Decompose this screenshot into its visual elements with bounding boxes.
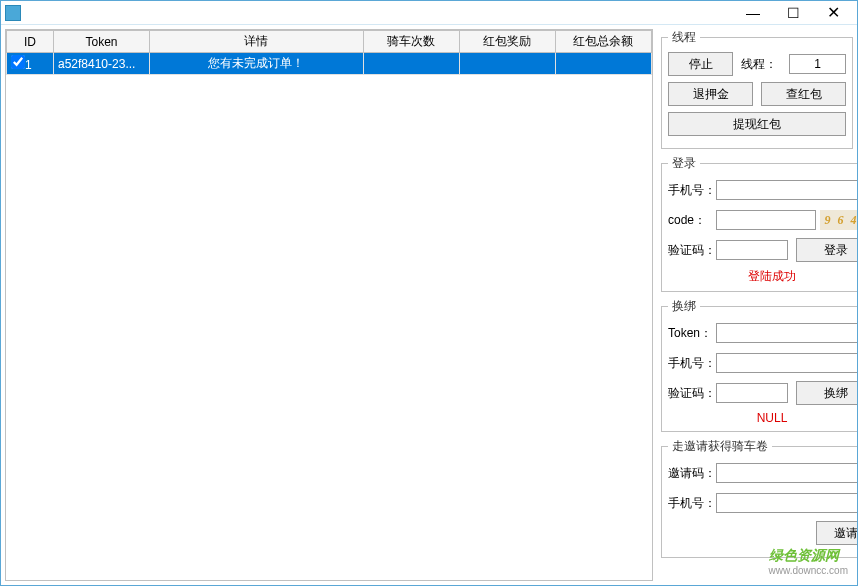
login-button[interactable]: 登录 <box>796 238 858 262</box>
thread-count-input[interactable] <box>789 54 846 74</box>
row-id: 1 <box>25 58 32 72</box>
invite-code-input[interactable] <box>716 463 858 483</box>
invite-group: 走邀请获得骑车卷 邀请码： 手机号： 邀请 <box>661 438 858 558</box>
rebind-phone-label: 手机号： <box>668 355 716 372</box>
row-checkbox[interactable] <box>11 55 25 69</box>
login-verify-input[interactable] <box>716 240 788 260</box>
col-id-header[interactable]: ID <box>7 31 54 53</box>
data-table-container: ID Token 详情 骑车次数 红包奖励 红包总余额 1 a52f8410-2… <box>5 29 653 581</box>
rebind-legend: 换绑 <box>668 298 700 315</box>
rebind-group: 换绑 Token： 手机号： 验证码： 换绑 NULL <box>661 298 858 432</box>
refund-button[interactable]: 退押金 <box>668 82 753 106</box>
stop-button[interactable]: 停止 <box>668 52 733 76</box>
thread-legend: 线程 <box>668 29 700 46</box>
thread-group: 线程 停止 线程： 退押金 查红包 提现红包 <box>661 29 853 149</box>
login-phone-input[interactable] <box>716 180 858 200</box>
rebind-verify-label: 验证码： <box>668 385 716 402</box>
check-bonus-button[interactable]: 查红包 <box>761 82 846 106</box>
rebind-button[interactable]: 换绑 <box>796 381 858 405</box>
row-balance <box>555 53 651 75</box>
app-icon <box>5 5 21 21</box>
login-verify-label: 验证码： <box>668 242 716 259</box>
data-table: ID Token 详情 骑车次数 红包奖励 红包总余额 1 a52f8410-2… <box>6 30 652 75</box>
titlebar: — ☐ ✕ <box>1 1 857 25</box>
login-group: 登录 手机号： code： 9 6 4 5 验证码： 登录 登陆成功 <box>661 155 858 292</box>
invite-legend: 走邀请获得骑车卷 <box>668 438 772 455</box>
login-code-input[interactable] <box>716 210 816 230</box>
rebind-verify-input[interactable] <box>716 383 788 403</box>
login-phone-label: 手机号： <box>668 182 716 199</box>
invite-button[interactable]: 邀请 <box>816 521 858 545</box>
login-status: 登陆成功 <box>668 268 858 285</box>
login-legend: 登录 <box>668 155 700 172</box>
table-row[interactable]: 1 a52f8410-23... 您有未完成订单！ <box>7 53 652 75</box>
rebind-token-label: Token： <box>668 325 716 342</box>
row-token: a52f8410-23... <box>53 53 149 75</box>
col-token-header[interactable]: Token <box>53 31 149 53</box>
login-code-label: code： <box>668 212 716 229</box>
row-bonus <box>459 53 555 75</box>
rebind-status: NULL <box>668 411 858 425</box>
invite-code-label: 邀请码： <box>668 465 716 482</box>
maximize-button[interactable]: ☐ <box>773 2 813 24</box>
col-balance-header[interactable]: 红包总余额 <box>555 31 651 53</box>
captcha-image[interactable]: 9 6 4 5 <box>820 210 858 230</box>
rebind-phone-input[interactable] <box>716 353 858 373</box>
row-detail: 您有未完成订单！ <box>150 53 364 75</box>
thread-count-label: 线程： <box>741 56 789 73</box>
invite-phone-input[interactable] <box>716 493 858 513</box>
row-rides <box>363 53 459 75</box>
rebind-token-input[interactable] <box>716 323 858 343</box>
invite-phone-label: 手机号： <box>668 495 716 512</box>
withdraw-button[interactable]: 提现红包 <box>668 112 846 136</box>
col-bonus-header[interactable]: 红包奖励 <box>459 31 555 53</box>
col-rides-header[interactable]: 骑车次数 <box>363 31 459 53</box>
minimize-button[interactable]: — <box>733 2 773 24</box>
close-button[interactable]: ✕ <box>813 2 853 24</box>
col-detail-header[interactable]: 详情 <box>150 31 364 53</box>
